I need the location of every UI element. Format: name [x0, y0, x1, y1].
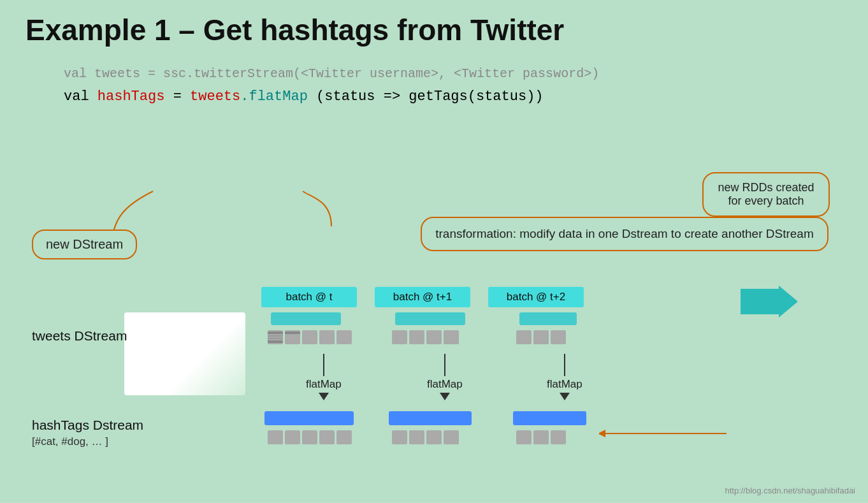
svg-rect-29 — [409, 430, 424, 444]
svg-rect-17 — [519, 312, 577, 325]
new-dstream-bubble: new DStream — [32, 230, 137, 259]
batch-label-t1: batch @ t+1 — [375, 287, 470, 307]
svg-rect-18 — [516, 330, 532, 344]
svg-rect-33 — [516, 430, 532, 444]
svg-rect-24 — [302, 430, 317, 444]
svg-rect-28 — [392, 430, 407, 444]
flatmap-col3: flatMap — [547, 354, 582, 400]
svg-rect-35 — [551, 430, 566, 444]
svg-rect-19 — [533, 330, 549, 344]
transformation-bubble: transformation: modify data in one Dstre… — [421, 217, 828, 251]
code-line2: val hashTags = tweets.flatMap (status =>… — [64, 89, 843, 105]
batch-labels-row: batch @ t batch @ t+1 batch @ t+2 — [261, 287, 584, 307]
hashtags-dstream-label: hashTags Dstream [#cat, #dog, … ] — [32, 418, 143, 448]
teal-arrow-svg — [741, 286, 798, 317]
flatmap-col1: flatMap — [306, 354, 342, 400]
svg-rect-31 — [444, 430, 459, 444]
svg-rect-32 — [513, 411, 586, 425]
svg-rect-8 — [285, 332, 300, 334]
svg-rect-10 — [319, 330, 335, 344]
svg-rect-12 — [395, 312, 465, 325]
svg-rect-9 — [302, 330, 317, 344]
svg-rect-6 — [268, 340, 283, 343]
svg-rect-20 — [551, 330, 566, 344]
svg-rect-13 — [392, 330, 407, 344]
svg-rect-25 — [319, 430, 335, 444]
svg-rect-1 — [271, 312, 341, 325]
svg-rect-5 — [268, 338, 283, 339]
svg-rect-23 — [285, 430, 300, 444]
watermark: http://blog.csdn.net/shaguahibifadai — [725, 486, 855, 495]
svg-rect-15 — [426, 330, 442, 344]
svg-rect-4 — [268, 335, 283, 337]
svg-rect-22 — [268, 430, 283, 444]
page-title: Example 1 – Get hashtags from Twitter — [25, 13, 843, 47]
code-line1: val tweets = ssc.twitterStream(<Twitter … — [64, 66, 843, 81]
svg-rect-3 — [268, 332, 283, 334]
rdds-arrow-svg — [599, 421, 739, 446]
svg-rect-30 — [426, 430, 442, 444]
svg-rect-21 — [264, 411, 354, 425]
batch-label-t: batch @ t — [261, 287, 357, 307]
svg-rect-11 — [336, 330, 352, 344]
tweets-dstream-label: tweets DStream — [32, 328, 127, 344]
hashtags-sublabel: [#cat, #dog, … ] — [32, 435, 108, 448]
svg-rect-34 — [533, 430, 549, 444]
rdd-col-hashtags-t — [264, 411, 379, 475]
svg-rect-26 — [336, 430, 352, 444]
new-rdds-bubble: new RDDs created for every batch — [702, 172, 830, 217]
transformation-text: transformation: modify data in one Dstre… — [435, 227, 814, 240]
flatmap-col2: flatMap — [427, 354, 463, 400]
svg-rect-16 — [444, 330, 459, 344]
main-container: Example 1 – Get hashtags from Twitter va… — [0, 0, 868, 503]
svg-rect-27 — [389, 411, 472, 425]
batch-label-t2: batch @ t+2 — [488, 287, 584, 307]
slide-graphic-box — [124, 312, 245, 395]
svg-marker-0 — [741, 286, 798, 317]
svg-rect-14 — [409, 330, 424, 344]
rdd-col-hashtags-t1 — [389, 411, 503, 475]
